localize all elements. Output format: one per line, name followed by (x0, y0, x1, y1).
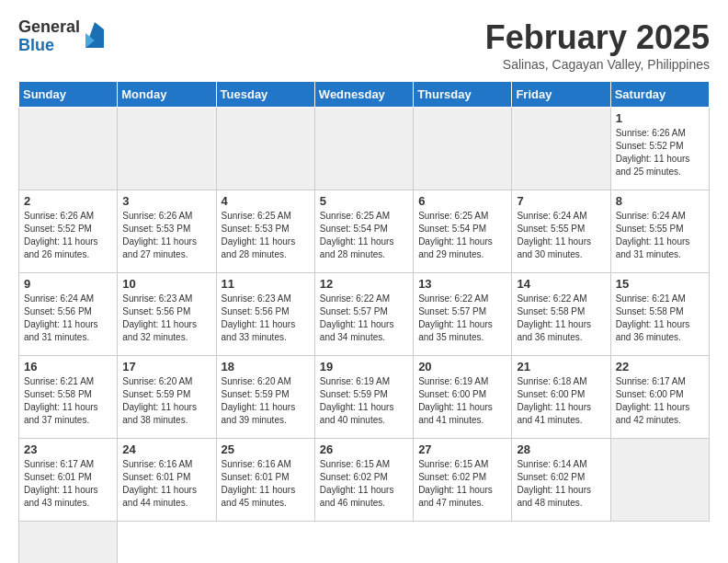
day-number: 8 (616, 194, 704, 208)
day-number: 15 (616, 277, 704, 291)
table-row: 8Sunrise: 6:24 AM Sunset: 5:55 PM Daylig… (610, 190, 709, 273)
day-number: 19 (320, 360, 408, 373)
day-info: Sunrise: 6:24 AM Sunset: 5:55 PM Dayligh… (517, 210, 605, 261)
table-row: 12Sunrise: 6:22 AM Sunset: 5:57 PM Dayli… (314, 273, 413, 356)
table-row: 17Sunrise: 6:20 AM Sunset: 5:59 PM Dayli… (118, 356, 216, 439)
month-year-title: February 2025 (485, 18, 710, 57)
calendar-row: 23Sunrise: 6:17 AM Sunset: 6:01 PM Dayli… (19, 439, 710, 522)
table-row (216, 108, 314, 190)
weekday-header: Saturday (610, 82, 709, 108)
day-number: 10 (122, 277, 210, 291)
table-row (118, 108, 216, 190)
day-number: 26 (320, 442, 408, 456)
day-number: 21 (517, 360, 605, 373)
day-number: 9 (24, 277, 112, 291)
weekday-header: Thursday (414, 82, 512, 108)
day-info: Sunrise: 6:26 AM Sunset: 5:52 PM Dayligh… (24, 210, 112, 261)
day-number: 2 (24, 194, 112, 208)
day-number: 24 (122, 442, 210, 456)
weekday-header: Monday (118, 82, 216, 108)
table-row (19, 522, 118, 564)
day-info: Sunrise: 6:21 AM Sunset: 5:58 PM Dayligh… (24, 375, 112, 427)
logo-general-text: General (18, 18, 80, 37)
day-info: Sunrise: 6:22 AM Sunset: 5:57 PM Dayligh… (418, 293, 506, 344)
day-number: 14 (517, 277, 605, 291)
calendar-row: 9Sunrise: 6:24 AM Sunset: 5:56 PM Daylig… (19, 273, 710, 356)
table-row: 2Sunrise: 6:26 AM Sunset: 5:52 PM Daylig… (19, 190, 118, 273)
day-number: 1 (616, 111, 704, 125)
calendar-table: SundayMondayTuesdayWednesdayThursdayFrid… (18, 81, 710, 563)
day-number: 12 (320, 277, 408, 291)
logo-icon (85, 22, 104, 48)
table-row: 3Sunrise: 6:26 AM Sunset: 5:53 PM Daylig… (118, 190, 216, 273)
day-info: Sunrise: 6:17 AM Sunset: 6:01 PM Dayligh… (24, 458, 112, 510)
table-row: 25Sunrise: 6:16 AM Sunset: 6:01 PM Dayli… (216, 439, 314, 522)
day-info: Sunrise: 6:22 AM Sunset: 5:58 PM Dayligh… (517, 293, 605, 344)
day-info: Sunrise: 6:26 AM Sunset: 5:53 PM Dayligh… (122, 210, 210, 261)
day-number: 23 (24, 442, 112, 456)
day-info: Sunrise: 6:22 AM Sunset: 5:57 PM Dayligh… (320, 293, 408, 344)
day-info: Sunrise: 6:23 AM Sunset: 5:56 PM Dayligh… (222, 293, 310, 344)
logo-blue-text: Blue (18, 37, 80, 55)
weekday-header: Wednesday (314, 82, 413, 108)
day-info: Sunrise: 6:16 AM Sunset: 6:01 PM Dayligh… (122, 458, 210, 510)
logo: General Blue (18, 18, 104, 55)
table-row: 6Sunrise: 6:25 AM Sunset: 5:54 PM Daylig… (414, 190, 512, 273)
table-row: 10Sunrise: 6:23 AM Sunset: 5:56 PM Dayli… (118, 273, 216, 356)
weekday-header: Friday (512, 82, 610, 108)
day-number: 4 (222, 194, 310, 208)
table-row: 21Sunrise: 6:18 AM Sunset: 6:00 PM Dayli… (512, 356, 610, 439)
calendar-row: 16Sunrise: 6:21 AM Sunset: 5:58 PM Dayli… (19, 356, 710, 439)
day-info: Sunrise: 6:19 AM Sunset: 5:59 PM Dayligh… (320, 375, 408, 427)
table-row: 24Sunrise: 6:16 AM Sunset: 6:01 PM Dayli… (118, 439, 216, 522)
calendar-row: 2Sunrise: 6:26 AM Sunset: 5:52 PM Daylig… (19, 190, 710, 273)
day-number: 18 (222, 360, 310, 373)
day-number: 22 (616, 360, 704, 373)
day-info: Sunrise: 6:15 AM Sunset: 6:02 PM Dayligh… (320, 458, 408, 510)
table-row: 14Sunrise: 6:22 AM Sunset: 5:58 PM Dayli… (512, 273, 610, 356)
day-number: 25 (222, 442, 310, 456)
table-row: 5Sunrise: 6:25 AM Sunset: 5:54 PM Daylig… (314, 190, 413, 273)
weekday-header: Tuesday (216, 82, 314, 108)
day-info: Sunrise: 6:20 AM Sunset: 5:59 PM Dayligh… (222, 375, 310, 427)
title-section: February 2025 Salinas, Cagayan Valley, P… (485, 18, 710, 72)
day-info: Sunrise: 6:25 AM Sunset: 5:54 PM Dayligh… (320, 210, 408, 261)
table-row (314, 108, 413, 190)
day-info: Sunrise: 6:18 AM Sunset: 6:00 PM Dayligh… (517, 375, 605, 427)
table-row: 22Sunrise: 6:17 AM Sunset: 6:00 PM Dayli… (610, 356, 709, 439)
header: General Blue February 2025 Salinas, Caga… (18, 18, 710, 72)
table-row: 9Sunrise: 6:24 AM Sunset: 5:56 PM Daylig… (19, 273, 118, 356)
day-info: Sunrise: 6:17 AM Sunset: 6:00 PM Dayligh… (616, 375, 704, 427)
day-number: 11 (222, 277, 310, 291)
table-row: 11Sunrise: 6:23 AM Sunset: 5:56 PM Dayli… (216, 273, 314, 356)
day-info: Sunrise: 6:15 AM Sunset: 6:02 PM Dayligh… (418, 458, 506, 510)
day-info: Sunrise: 6:26 AM Sunset: 5:52 PM Dayligh… (616, 127, 704, 178)
day-info: Sunrise: 6:24 AM Sunset: 5:55 PM Dayligh… (616, 210, 704, 261)
day-info: Sunrise: 6:16 AM Sunset: 6:01 PM Dayligh… (222, 458, 310, 510)
table-row: 16Sunrise: 6:21 AM Sunset: 5:58 PM Dayli… (19, 356, 118, 439)
day-number: 13 (418, 277, 506, 291)
table-row: 4Sunrise: 6:25 AM Sunset: 5:53 PM Daylig… (216, 190, 314, 273)
day-info: Sunrise: 6:24 AM Sunset: 5:56 PM Dayligh… (24, 293, 112, 344)
day-number: 20 (418, 360, 506, 373)
table-row: 19Sunrise: 6:19 AM Sunset: 5:59 PM Dayli… (314, 356, 413, 439)
day-number: 3 (122, 194, 210, 208)
day-info: Sunrise: 6:14 AM Sunset: 6:02 PM Dayligh… (517, 458, 605, 510)
table-row (512, 108, 610, 190)
day-info: Sunrise: 6:19 AM Sunset: 6:00 PM Dayligh… (418, 375, 506, 427)
table-row (610, 439, 709, 522)
table-row: 7Sunrise: 6:24 AM Sunset: 5:55 PM Daylig… (512, 190, 610, 273)
day-info: Sunrise: 6:21 AM Sunset: 5:58 PM Dayligh… (616, 293, 704, 344)
table-row: 23Sunrise: 6:17 AM Sunset: 6:01 PM Dayli… (19, 439, 118, 522)
table-row: 18Sunrise: 6:20 AM Sunset: 5:59 PM Dayli… (216, 356, 314, 439)
day-info: Sunrise: 6:25 AM Sunset: 5:53 PM Dayligh… (222, 210, 310, 261)
location-subtitle: Salinas, Cagayan Valley, Philippines (485, 57, 710, 72)
table-row (19, 108, 118, 190)
table-row: 26Sunrise: 6:15 AM Sunset: 6:02 PM Dayli… (314, 439, 413, 522)
day-number: 27 (418, 442, 506, 456)
weekday-header: Sunday (19, 82, 118, 108)
day-number: 17 (122, 360, 210, 373)
table-row: 27Sunrise: 6:15 AM Sunset: 6:02 PM Dayli… (414, 439, 512, 522)
day-number: 16 (24, 360, 112, 373)
day-number: 6 (418, 194, 506, 208)
